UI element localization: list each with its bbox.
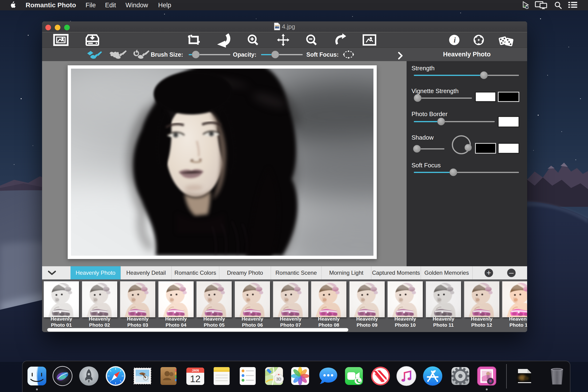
svg-text:Photo Border: Photo Border <box>412 110 448 118</box>
svg-text:Soft Focus: Soft Focus <box>412 162 441 169</box>
svg-text:Opacity:: Opacity: <box>233 51 256 58</box>
svg-text:Brush Size:: Brush Size: <box>151 51 183 58</box>
svg-text:Soft Focus:: Soft Focus: <box>306 51 339 58</box>
svg-text:Shadow: Shadow <box>412 134 434 141</box>
svg-text:Vignette Strength: Vignette Strength <box>412 88 458 94</box>
svg-text:i: i <box>454 36 456 44</box>
svg-text:Strength: Strength <box>412 65 434 72</box>
svg-text:12: 12 <box>190 374 201 384</box>
svg-text:JAN: JAN <box>192 368 199 372</box>
svg-text:3D: 3D <box>276 377 281 382</box>
